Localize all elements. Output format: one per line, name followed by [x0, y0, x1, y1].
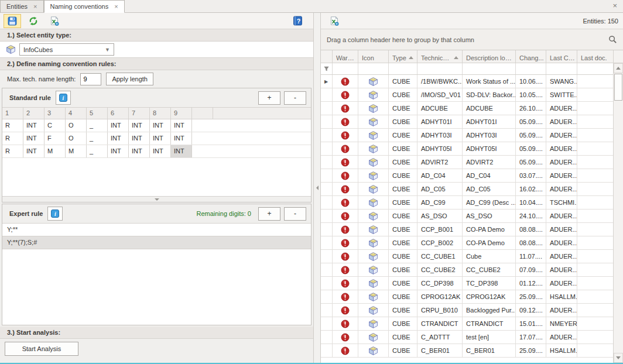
expert-rule-row[interactable]: Y;**: [2, 224, 311, 236]
std-grid-cell[interactable]: INT: [171, 132, 192, 145]
refresh-button[interactable]: [25, 14, 42, 28]
std-grid-cell[interactable]: R: [2, 132, 23, 145]
std-grid-cell[interactable]: INT: [150, 132, 171, 145]
expert-rule-info-button[interactable]: i: [47, 207, 63, 221]
table-row[interactable]: CUBEC_ADTTTtest [en]17.07....ADUER...: [321, 331, 613, 344]
table-row[interactable]: CUBECC_CUBE1Cube11.07....ADUER...: [321, 250, 613, 263]
table-row[interactable]: CUBEAD_C05AD_C0516.02....ADUER...: [321, 183, 613, 196]
std-grid-cell[interactable]: _: [87, 132, 108, 145]
expert-rule-remove-button[interactable]: -: [284, 207, 306, 221]
std-grid-cell[interactable]: _: [87, 145, 108, 157]
filter-cell[interactable]: [417, 63, 463, 74]
standard-rule-remove-button[interactable]: -: [284, 91, 306, 105]
grid-column-header-lastch[interactable]: Last Ch...: [546, 50, 577, 63]
filter-cell[interactable]: [389, 63, 417, 74]
std-grid-cell[interactable]: INT: [171, 119, 192, 132]
table-row[interactable]: CUBEC_BER01C_BER0125.09....HSALLM...: [321, 344, 613, 358]
table-row[interactable]: CUBEADVIRT2ADVIRT205.09....ADUER...: [321, 156, 613, 169]
filter-cell[interactable]: [516, 63, 546, 74]
scrollbar-thumb[interactable]: [614, 74, 622, 101]
table-row[interactable]: CUBEADCUBEADCUBE26.10....ADUER...: [321, 102, 613, 115]
std-grid-cell[interactable]: C: [44, 119, 66, 132]
std-grid-column-header[interactable]: 1: [2, 108, 23, 119]
table-row[interactable]: CUBECRPU_B010Backlogged Pur...09.12....A…: [321, 304, 613, 317]
std-grid-cell[interactable]: INT: [150, 145, 171, 157]
std-grid-cell[interactable]: INT: [171, 145, 192, 157]
std-grid-cell[interactable]: INT: [23, 145, 44, 157]
tab-naming-conventions[interactable]: Naming conventions ×: [44, 0, 125, 13]
table-row[interactable]: CUBEAS_DSOAS_DSO24.10....ADUER...: [321, 210, 613, 223]
std-grid-cell[interactable]: M: [66, 145, 87, 157]
std-grid-column-header[interactable]: 6: [108, 108, 129, 119]
std-grid-cell[interactable]: O: [66, 119, 87, 132]
grid-column-header-descriptionlong[interactable]: Description long...: [463, 50, 516, 63]
table-row[interactable]: CUBEADHYT01IADHYT01I05.09....ADUER...: [321, 115, 613, 129]
table-row[interactable]: CUBECCP_B002CO-PA Demo08.08....ADUER...: [321, 236, 613, 250]
save-button[interactable]: [4, 14, 21, 28]
table-row[interactable]: CUBEAD_C04AD_C0403.07....ADUER...: [321, 169, 613, 183]
std-grid-cell[interactable]: M: [44, 145, 66, 157]
help-button[interactable]: ?: [289, 14, 306, 28]
std-grid-column-header[interactable]: 2: [23, 108, 44, 119]
table-row[interactable]: CUBEADHYT05IADHYT05I05.09....ADUER...: [321, 142, 613, 156]
table-row[interactable]: CUBEAD_C99AD_C99 (Desc ...10.04....TSCHM…: [321, 196, 613, 210]
std-grid-cell[interactable]: INT: [150, 119, 171, 132]
max-length-input[interactable]: [80, 73, 101, 85]
std-grid-cell[interactable]: R: [2, 145, 23, 157]
std-grid-cell[interactable]: _: [87, 119, 108, 132]
tab-entities-close-icon[interactable]: ×: [32, 4, 38, 10]
std-grid-cell[interactable]: F: [44, 132, 66, 145]
panel-splitter[interactable]: [314, 13, 321, 363]
std-grid-cell[interactable]: INT: [23, 132, 44, 145]
table-row[interactable]: ▶ CUBE/1BW/BWKC...Work Status of ...10.0…: [321, 75, 613, 88]
filter-cell[interactable]: [463, 63, 516, 74]
std-grid-column-header[interactable]: 5: [87, 108, 108, 119]
apply-length-button[interactable]: Apply length: [106, 73, 153, 85]
expert-rule-add-button[interactable]: +: [258, 207, 280, 221]
table-row[interactable]: CUBEADHYT03IADHYT03I05.09....ADUER...: [321, 129, 613, 142]
std-grid-cell[interactable]: INT: [129, 132, 150, 145]
tab-naming-conventions-close-icon[interactable]: ×: [113, 4, 119, 10]
table-row[interactable]: CUBECC_CUBE2CC_CUBE207.09....ADUER...: [321, 263, 613, 277]
std-grid-cell[interactable]: INT: [108, 132, 129, 145]
std-grid-column-header[interactable]: 8: [150, 108, 171, 119]
standard-rule-info-button[interactable]: i: [56, 91, 71, 105]
table-row[interactable]: CUBECTRANDICTCTRANDICT15.01....NMEYER: [321, 317, 613, 331]
scrollbar-track[interactable]: [614, 101, 623, 353]
std-grid-cell[interactable]: INT: [108, 145, 129, 157]
grid-column-header-warni[interactable]: Warni...: [333, 50, 358, 63]
std-grid-column-header[interactable]: 7: [129, 108, 150, 119]
group-by-bar[interactable]: Drag a column header here to group by th…: [321, 29, 623, 50]
grid-column-header-type[interactable]: Type: [389, 50, 417, 63]
grid-column-header-chang[interactable]: Chang...: [516, 50, 546, 63]
scrollbar-up-button[interactable]: [614, 63, 623, 73]
scrollbar-down-button[interactable]: [614, 353, 623, 363]
filter-cell[interactable]: [333, 63, 358, 74]
table-row[interactable]: CUBECCP_B001CO-PA Demo08.08....ADUER...: [321, 223, 613, 236]
vertical-scrollbar[interactable]: [613, 50, 623, 363]
export-excel-button[interactable]: [46, 14, 63, 28]
std-grid-column-header[interactable]: 4: [66, 108, 87, 119]
standard-rule-add-button[interactable]: +: [258, 91, 280, 105]
grid-column-header-technical[interactable]: Technical...: [417, 50, 463, 63]
grid-column-header-icon[interactable]: Icon: [358, 50, 389, 63]
std-grid-column-header[interactable]: 3: [44, 108, 66, 119]
table-row[interactable]: CUBECC_DP398TC_DP39801.12....ADUER...: [321, 277, 613, 290]
entity-type-select[interactable]: InfoCubes ▼: [19, 43, 114, 56]
expert-rule-row[interactable]: Y;**(7);S;#: [2, 236, 311, 249]
start-analysis-button[interactable]: Start Analysis: [5, 342, 78, 356]
grid-column-header-lastdoc[interactable]: Last doc.: [577, 50, 613, 63]
std-grid-column-header[interactable]: 9: [171, 108, 192, 119]
window-close-icon[interactable]: ×: [612, 2, 617, 9]
std-grid-cell[interactable]: R: [2, 119, 23, 132]
table-row[interactable]: CUBE/IMO/SD_V01SD-DLV: Backor...10.05...…: [321, 88, 613, 102]
table-row[interactable]: CUBECPROG12AKCPROG12AK25.09....HSALLM...: [321, 290, 613, 304]
filter-cell[interactable]: [577, 63, 613, 74]
rule-splitter[interactable]: [2, 196, 311, 202]
std-grid-cell[interactable]: INT: [129, 119, 150, 132]
std-grid-cell[interactable]: INT: [108, 119, 129, 132]
std-grid-cell[interactable]: INT: [129, 145, 150, 157]
filter-cell[interactable]: [546, 63, 577, 74]
std-grid-cell[interactable]: INT: [23, 119, 44, 132]
filter-cell[interactable]: [358, 63, 389, 74]
